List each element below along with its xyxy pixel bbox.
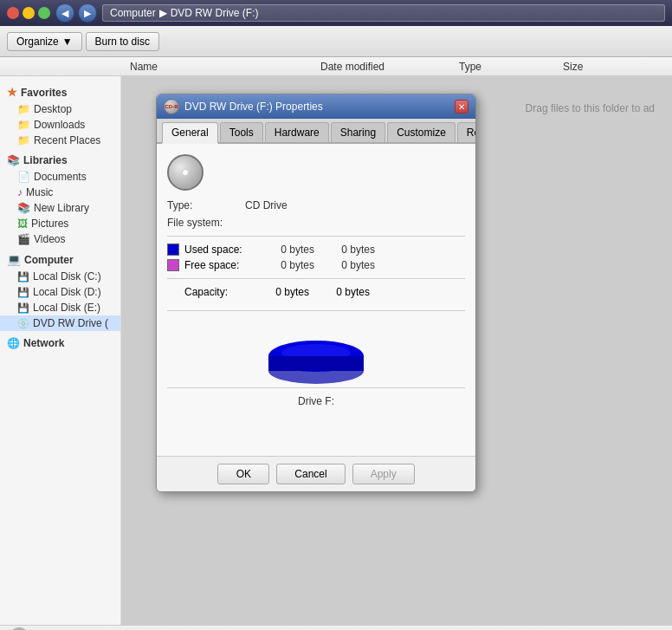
ok-button[interactable]: OK xyxy=(217,464,269,484)
libraries-header: 📚 Libraries xyxy=(0,152,120,169)
dvd-hole xyxy=(182,169,189,176)
favorites-header: ★ Favorites xyxy=(0,83,120,101)
col-header-type[interactable]: Type xyxy=(450,61,554,73)
dialog-icon-row xyxy=(167,154,465,191)
videos-label: Videos xyxy=(34,233,65,245)
svg-rect-3 xyxy=(268,356,364,371)
organize-button[interactable]: Organize ▼ xyxy=(7,32,82,51)
used-color-box xyxy=(167,244,179,256)
capacity-bytes: 0 bytes xyxy=(249,286,309,298)
organize-label: Organize xyxy=(16,36,59,48)
dialog-tabs: General Tools Hardware Sharing Customize xyxy=(157,119,475,144)
big-dvd-icon xyxy=(167,154,204,191)
dialog-overlay: CD-R DVD RW Drive (F:) Properties ✕ Gene… xyxy=(121,76,672,625)
recent-icon: 📁 xyxy=(17,134,30,146)
type-row: Type: CD Drive xyxy=(167,199,465,211)
close-window-btn[interactable] xyxy=(7,7,19,19)
capacity-row: Capacity: 0 bytes 0 bytes xyxy=(167,286,465,298)
type-label: Type: xyxy=(167,199,245,211)
tab-general[interactable]: General xyxy=(162,122,218,144)
sidebar-item-pictures[interactable]: 🖼 Pictures xyxy=(0,216,120,231)
downloads-icon: 📁 xyxy=(17,119,30,131)
breadcrumb-computer[interactable]: Computer xyxy=(110,7,156,19)
favorites-section: ★ Favorites 📁 Desktop 📁 Downloads 📁 Rece… xyxy=(0,83,120,148)
organize-dropdown-icon: ▼ xyxy=(62,36,73,48)
window-controls xyxy=(7,7,50,19)
col-header-name[interactable]: Name xyxy=(121,61,312,73)
tab-customize[interactable]: Customize xyxy=(387,122,456,142)
documents-label: Documents xyxy=(34,171,87,183)
column-headers: Name Date modified Type Size xyxy=(0,57,672,76)
main-layout: ★ Favorites 📁 Desktop 📁 Downloads 📁 Rece… xyxy=(0,76,672,625)
disk-chart-area: Drive F: xyxy=(167,307,465,407)
breadcrumb-drive[interactable]: DVD RW Drive (F:) xyxy=(171,7,259,19)
local-e-label: Local Disk (E:) xyxy=(33,302,100,314)
computer-label[interactable]: Computer xyxy=(24,254,74,266)
capacity-bytes2: 0 bytes xyxy=(309,286,370,298)
sidebar-item-desktop[interactable]: 📁 Desktop xyxy=(0,101,120,117)
network-header: 🌐 Network xyxy=(0,334,120,352)
computer-section: 💻 Computer 💾 Local Disk (C:) 💾 Local Dis… xyxy=(0,250,120,331)
network-label[interactable]: Network xyxy=(23,337,64,349)
used-bytes2: 0 bytes xyxy=(314,244,375,256)
recent-label: Recent Places xyxy=(34,134,100,146)
dialog-title-bar: CD-R DVD RW Drive (F:) Properties ✕ xyxy=(157,94,475,119)
pictures-icon: 🖼 xyxy=(17,218,28,230)
tab-hardware[interactable]: Hardware xyxy=(265,122,329,142)
sidebar-item-music[interactable]: ♪ Music xyxy=(0,185,120,200)
documents-icon: 📄 xyxy=(17,171,30,183)
sidebar-item-documents[interactable]: 📄 Documents xyxy=(0,169,120,185)
libraries-section: 📚 Libraries 📄 Documents ♪ Music 📚 New Li… xyxy=(0,152,120,247)
maximize-window-btn[interactable] xyxy=(38,7,50,19)
libraries-label[interactable]: Libraries xyxy=(23,154,68,166)
properties-dialog: CD-R DVD RW Drive (F:) Properties ✕ Gene… xyxy=(156,94,476,492)
used-bytes: 0 bytes xyxy=(254,244,314,256)
nav-buttons: ◀ ▶ xyxy=(55,3,97,23)
new-library-label: New Library xyxy=(34,202,89,214)
sidebar-item-dvd[interactable]: 💿 DVD RW Drive ( xyxy=(0,315,120,331)
music-label: Music xyxy=(26,186,53,198)
minimize-window-btn[interactable] xyxy=(23,7,35,19)
used-label: Used space: xyxy=(184,244,254,256)
status-dvd-icon: CD-R xyxy=(9,627,29,631)
burn-button[interactable]: Burn to disc xyxy=(86,32,159,51)
drive-label: Drive F: xyxy=(298,395,334,407)
local-d-label: Local Disk (D:) xyxy=(33,286,101,298)
filesystem-label: File system: xyxy=(167,217,245,229)
divider-2 xyxy=(167,278,465,279)
sidebar-item-downloads[interactable]: 📁 Downloads xyxy=(0,117,120,133)
tab-sharing[interactable]: Sharing xyxy=(331,122,385,142)
used-space-row: Used space: 0 bytes 0 bytes xyxy=(167,244,465,256)
computer-icon: 💻 xyxy=(7,253,21,266)
dvd-label: DVD RW Drive ( xyxy=(33,317,108,329)
tab-recording[interactable]: Recording xyxy=(457,122,476,142)
desktop-icon: 📁 xyxy=(17,103,30,115)
address-bar[interactable]: Computer ▶ DVD RW Drive (F:) xyxy=(102,4,665,22)
tab-tools[interactable]: Tools xyxy=(220,122,263,142)
disk-chart-svg xyxy=(255,315,377,384)
cancel-button[interactable]: Cancel xyxy=(276,464,345,484)
sidebar-item-local-d[interactable]: 💾 Local Disk (D:) xyxy=(0,284,120,300)
computer-header: 💻 Computer xyxy=(0,250,120,269)
desktop-label: Desktop xyxy=(34,103,72,115)
col-header-size[interactable]: Size xyxy=(554,61,624,73)
chart-divider-top xyxy=(167,310,465,311)
sidebar-item-videos[interactable]: 🎬 Videos xyxy=(0,231,120,247)
back-button[interactable]: ◀ xyxy=(55,3,74,23)
forward-button[interactable]: ▶ xyxy=(78,3,97,23)
apply-button[interactable]: Apply xyxy=(352,464,415,484)
sidebar-item-local-c[interactable]: 💾 Local Disk (C:) xyxy=(0,269,120,284)
dialog-footer: OK Cancel Apply xyxy=(157,456,475,491)
sidebar-item-new-library[interactable]: 📚 New Library xyxy=(0,200,120,216)
music-icon: ♪ xyxy=(17,186,23,198)
drive-d-icon: 💾 xyxy=(17,287,29,298)
sidebar-item-recent[interactable]: 📁 Recent Places xyxy=(0,133,120,148)
sidebar-item-local-e[interactable]: 💾 Local Disk (E:) xyxy=(0,300,120,315)
col-header-date[interactable]: Date modified xyxy=(312,61,450,73)
dialog-close-button[interactable]: ✕ xyxy=(455,100,468,114)
free-color-box xyxy=(167,259,179,271)
drive-c-icon: 💾 xyxy=(17,271,29,283)
chart-divider-bottom xyxy=(167,387,465,388)
favorites-label[interactable]: Favorites xyxy=(21,87,67,99)
free-label: Free space: xyxy=(184,259,254,271)
